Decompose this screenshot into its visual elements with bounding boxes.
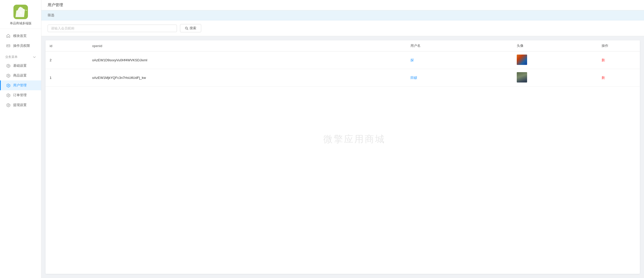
sidebar-order-management-label: 订单管理 — [13, 93, 27, 97]
home-icon — [6, 34, 11, 38]
table-header: id openid 用户名 头像 操作 — [46, 40, 640, 51]
gear-icon-2 — [6, 73, 11, 78]
cell-avatar — [513, 51, 597, 69]
chevron-down-icon — [33, 56, 36, 59]
filter-label: 筛选 — [48, 13, 54, 17]
cell-username: 田硕 — [406, 69, 512, 87]
delete-button[interactable]: 删 — [602, 58, 605, 62]
main-content: 用户管理 筛选 搜索 id openid 用户名 头像 操作 — [41, 0, 644, 278]
search-btn-label: 搜索 — [190, 26, 196, 31]
table-body: 2 oAzEW1D9sxxyVu0Hf4WVKSDJixml 探 删 1 oAz… — [46, 51, 640, 87]
table-row: 1 oAzEW1MjkYQFc3n7HsUtlUdFj_kw 田硕 删 — [46, 69, 640, 87]
svg-point-5 — [8, 75, 9, 76]
username-link[interactable]: 田硕 — [410, 76, 417, 80]
cell-username: 探 — [406, 51, 512, 69]
page-header: 用户管理 — [41, 0, 644, 10]
col-header-id: id — [46, 40, 88, 51]
col-header-username: 用户名 — [406, 40, 512, 51]
avatar — [517, 55, 527, 65]
sidebar-basic-settings-label: 基础设置 — [13, 63, 27, 68]
col-header-avatar: 头像 — [513, 40, 597, 51]
sidebar-home-label: 模块首页 — [13, 34, 27, 38]
sidebar-item-home[interactable]: 模块首页 — [0, 31, 41, 41]
search-area: 搜索 — [41, 20, 644, 36]
cell-id: 1 — [46, 69, 88, 87]
sidebar-nav: 模块首页 操作员权限 业务菜单 — [0, 29, 41, 110]
sidebar-user-management-label: 用户管理 — [13, 83, 27, 88]
sidebar-product-settings-label: 商品设置 — [13, 73, 27, 78]
gear-icon-3 — [6, 83, 11, 88]
svg-point-8 — [8, 104, 9, 106]
search-button[interactable]: 搜索 — [180, 24, 201, 32]
sidebar-item-permissions[interactable]: 操作员权限 — [0, 41, 41, 51]
col-header-openid: openid — [88, 40, 406, 51]
svg-point-7 — [8, 95, 9, 96]
svg-line-10 — [187, 29, 188, 30]
sidebar-item-basic-settings[interactable]: 基础设置 — [0, 61, 41, 71]
users-table: id openid 用户名 头像 操作 2 oAzEW1D9sxxyVu0Hf4… — [46, 40, 640, 87]
svg-point-4 — [8, 65, 9, 66]
page-title: 用户管理 — [48, 3, 63, 7]
svg-text:S: S — [19, 11, 22, 15]
delete-button[interactable]: 删 — [602, 76, 605, 80]
sidebar-permissions-label: 操作员权限 — [13, 43, 30, 48]
sidebar-item-user-management[interactable]: 用户管理 — [0, 80, 41, 90]
search-icon — [185, 27, 188, 30]
cell-openid: oAzEW1MjkYQFc3n7HsUtlUdFj_kw — [88, 69, 406, 87]
sidebar: S 单品商城多端版 模块首页 操作员权限 业务菜单 — [0, 0, 41, 278]
cell-action: 删 — [597, 69, 640, 87]
cell-id: 2 — [46, 51, 88, 69]
filter-bar: 筛选 — [41, 10, 644, 20]
avatar — [517, 72, 527, 82]
search-input[interactable] — [48, 25, 177, 32]
svg-rect-2 — [7, 45, 10, 47]
cell-action: 删 — [597, 51, 640, 69]
gear-icon-1 — [6, 63, 11, 68]
logo-area: S 单品商城多端版 — [0, 0, 41, 29]
id-card-icon — [6, 43, 11, 48]
sidebar-item-product-settings[interactable]: 商品设置 — [0, 71, 41, 80]
cell-avatar — [513, 69, 597, 87]
gear-icon-4 — [6, 93, 11, 97]
cell-openid: oAzEW1D9sxxyVu0Hf4WVKSDJixml — [88, 51, 406, 69]
sidebar-withdrawal-settings-label: 提现设置 — [13, 103, 27, 107]
username-link[interactable]: 探 — [410, 58, 414, 62]
col-header-action: 操作 — [597, 40, 640, 51]
table-row: 2 oAzEW1D9sxxyVu0Hf4WVKSDJixml 探 删 — [46, 51, 640, 69]
app-logo: S — [13, 5, 28, 19]
brand-name: 单品商城多端版 — [10, 21, 32, 26]
sidebar-item-withdrawal-settings[interactable]: 提现设置 — [0, 100, 41, 110]
sidebar-item-order-management[interactable]: 订单管理 — [0, 90, 41, 100]
gear-icon-5 — [6, 103, 11, 107]
section-label: 业务菜单 — [0, 51, 41, 61]
svg-point-3 — [7, 45, 8, 46]
table-container: id openid 用户名 头像 操作 2 oAzEW1D9sxxyVu0Hf4… — [46, 40, 640, 274]
svg-point-6 — [8, 85, 9, 86]
